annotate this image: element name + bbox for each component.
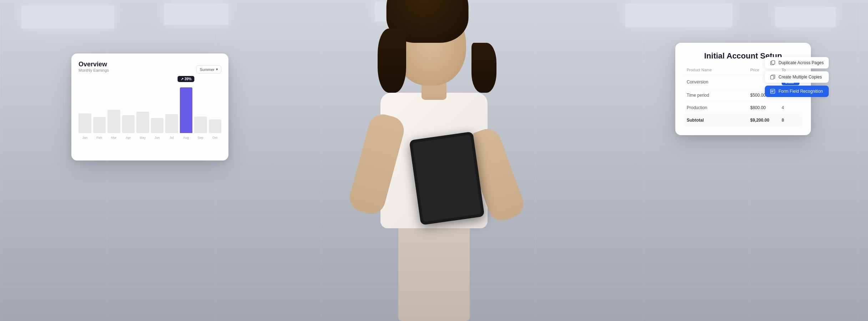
label-apr: Apr [126,136,131,139]
bar-feb [93,117,106,133]
bar-sep [194,117,207,133]
row-label-production: Production [687,105,747,110]
bar-group-apr: Apr [122,115,135,133]
label-sep: Sep [198,136,203,139]
person-legs [398,214,470,321]
bar-group-sep: Sep [194,117,207,133]
row-label-conversion: Conversion [687,80,747,85]
tablet[interactable] [409,132,485,225]
label-aug: Aug [183,136,189,139]
bar-group-mar: Mar [107,110,120,133]
bar-may [136,112,149,133]
svg-rect-1 [772,61,775,64]
bar-group-may: May [136,112,149,133]
row-label-subtotal: Subtotal [687,118,747,123]
row-qty-production: 4 [782,105,799,110]
person-container [327,0,541,321]
feature-item-copies[interactable]: Create Multiple Copies [765,71,829,83]
bar-apr [122,115,135,133]
label-oct: Oct [212,136,217,139]
bar-group-jul: Jul [165,114,178,133]
bar-jun [151,118,164,133]
bar-tooltip: ↗ 39% [178,76,195,82]
chart-dropdown[interactable]: Summer ▾ [196,65,221,73]
person-hair-right [471,43,496,93]
feature-item-recognition[interactable]: Form Field Recognition [765,86,829,97]
bar-group-jun: Jun [151,118,164,133]
chart-title: Overview [79,61,109,68]
bar-oct [209,119,222,133]
bar-group-aug: ↗ 39% Aug [180,87,193,133]
row-qty-subtotal: 8 [782,118,799,123]
bar-jan [79,113,91,133]
feature-label-duplicate: Duplicate Across Pages [778,60,824,65]
bar-group-jan: Jan [79,113,91,133]
row-price-production: $800.00 [750,105,779,110]
bar-aug [180,87,193,133]
label-mar: Mar [111,136,117,139]
label-may: May [140,136,146,139]
row-label-timeperiod: Time period [687,93,747,98]
bar-chart: Jan Feb Mar Apr May Jun Jul ↗ [79,81,221,142]
dropdown-label: Summer [200,67,215,72]
person-hair-left [378,29,406,93]
chart-subtitle: Monthly Earnings [79,68,109,72]
label-jan: Jan [82,136,87,139]
table-row-production: Production $800.00 4 [684,102,802,114]
feature-menu: Duplicate Across Pages Create Multiple C… [765,57,829,97]
label-feb: Feb [96,136,102,139]
label-jun: Jun [155,136,160,139]
copies-icon [770,74,776,80]
trend-icon: ↗ [181,77,183,81]
bar-mar [107,110,120,133]
col-header-product: Product Name [687,68,747,72]
tablet-screen [412,135,481,222]
bar-group-oct: Oct [209,119,222,133]
row-price-subtotal: $9,200.00 [750,118,779,123]
svg-rect-2 [771,76,774,79]
chart-header: Overview Monthly Earnings Summer ▾ [79,61,221,78]
feature-item-duplicate[interactable]: Duplicate Across Pages [765,57,829,68]
label-jul: Jul [170,136,174,139]
chevron-down-icon: ▾ [216,67,218,72]
feature-label-copies: Create Multiple Copies [778,75,822,80]
table-row-subtotal: Subtotal $9,200.00 8 [684,114,802,127]
tooltip-value: 39% [185,77,192,81]
feature-label-recognition: Form Field Recognition [778,89,823,94]
chart-card: Overview Monthly Earnings Summer ▾ Jan F… [71,54,228,160]
recognition-icon [770,88,776,94]
duplicate-icon [770,60,776,66]
bar-group-feb: Feb [93,117,106,133]
bar-jul [165,114,178,133]
